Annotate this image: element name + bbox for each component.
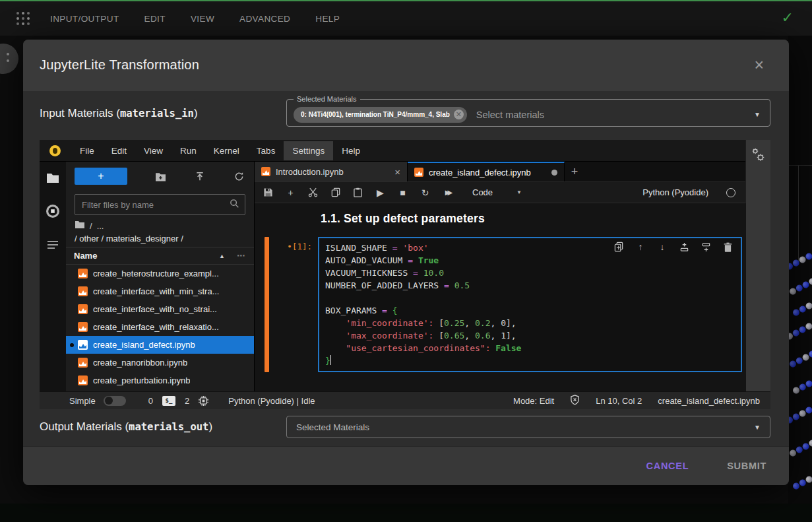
- file-name: create_island_defect.ipynb: [93, 340, 195, 350]
- notebook-toolbar: + ▶ ■: [255, 182, 746, 203]
- file-row[interactable]: create_island_defect.ipynb: [66, 336, 254, 354]
- check-icon[interactable]: ✓: [782, 9, 794, 26]
- notebook-icon: [78, 304, 88, 314]
- notebook-icon: [78, 269, 88, 278]
- app-menu-view[interactable]: VIEW: [191, 14, 214, 24]
- new-folder-icon[interactable]: [155, 171, 166, 182]
- file-row[interactable]: create_heterostructure_exampl...: [66, 265, 254, 282]
- jupyter-menu-kernel[interactable]: Kernel: [205, 141, 248, 160]
- file-name: create_perturbation.ipynb: [93, 375, 190, 385]
- save-icon[interactable]: [263, 187, 274, 198]
- notebook-icon: [261, 167, 270, 176]
- breadcrumb-path[interactable]: / other / materials_designer /: [75, 231, 245, 244]
- filter-files-box: [75, 194, 245, 215]
- paste-cells-icon[interactable]: [352, 187, 363, 198]
- breadcrumb-root[interactable]: /: [90, 221, 92, 231]
- restart-run-all-icon[interactable]: ▶▶: [442, 187, 453, 198]
- terminals-count[interactable]: 0: [148, 396, 153, 406]
- apps-grid-icon[interactable]: [16, 11, 30, 26]
- jupyter-menu-file[interactable]: File: [71, 141, 103, 160]
- output-materials-label: Output Materials (materials_out): [40, 420, 212, 434]
- app-menu-advanced[interactable]: ADVANCED: [239, 14, 290, 24]
- simple-mode-toggle[interactable]: [104, 396, 126, 406]
- new-tab-button[interactable]: +: [565, 162, 584, 181]
- upload-icon[interactable]: [195, 171, 206, 182]
- kernel-status-text[interactable]: Python (Pyodide) | Idle: [228, 396, 315, 406]
- cell-collapser[interactable]: [265, 237, 269, 372]
- table-of-contents-icon[interactable]: [45, 237, 61, 253]
- column-options-icon[interactable]: ⋯: [237, 251, 246, 261]
- editor-mode[interactable]: Mode: Edit: [513, 396, 554, 406]
- file-row[interactable]: create_interface_with_no_strai...: [66, 300, 254, 318]
- home-folder-icon[interactable]: [75, 220, 85, 231]
- submit-button[interactable]: SUBMIT: [723, 460, 770, 472]
- close-dialog-icon[interactable]: ×: [754, 57, 764, 73]
- file-list-header[interactable]: Name ▲ ⋯: [66, 247, 254, 265]
- input-label-prefix: Input Materials (: [40, 107, 120, 119]
- input-label-suffix: ): [194, 107, 198, 119]
- insert-cell-icon[interactable]: +: [285, 187, 296, 198]
- restart-kernel-icon[interactable]: ↻: [420, 187, 431, 198]
- kernels-count[interactable]: 2: [185, 396, 189, 406]
- tab-create-island-defect[interactable]: create_island_defect.ipynb: [408, 162, 565, 181]
- run-cell-icon[interactable]: ▶: [375, 187, 386, 198]
- text-cursor: [330, 355, 332, 365]
- file-row[interactable]: create_interface_with_relaxatio...: [66, 318, 254, 336]
- cancel-button[interactable]: CANCEL: [642, 460, 693, 472]
- jupyter-menu-settings[interactable]: Settings: [284, 141, 333, 160]
- app-menu-help[interactable]: HELP: [315, 14, 340, 24]
- jupyter-menu-help[interactable]: Help: [333, 141, 369, 160]
- breadcrumb-ellipsis[interactable]: ...: [97, 221, 104, 231]
- jupyter-menu-run[interactable]: Run: [172, 141, 205, 160]
- material-chip[interactable]: 0: N4Ti4(001), termination TiN_P4/mmm_4,…: [294, 107, 467, 123]
- file-row[interactable]: create_perturbation.ipynb: [66, 372, 254, 389]
- insert-cell-below-icon[interactable]: [701, 242, 711, 252]
- selected-materials-legend: Selected Materials: [294, 95, 360, 103]
- notebook-icon: [78, 322, 88, 332]
- tab-introduction[interactable]: Introduction.ipynb ×: [255, 162, 408, 181]
- interrupt-kernel-icon[interactable]: ■: [397, 187, 408, 198]
- app-menu-input-output[interactable]: INPUT/OUTPUT: [50, 14, 119, 24]
- settings-gears-icon[interactable]: [751, 147, 766, 391]
- jupyter-menubar: FileEditViewRunKernelTabsSettingsHelp: [40, 140, 745, 162]
- jupyter-menu-tabs[interactable]: Tabs: [248, 141, 284, 160]
- duplicate-cell-icon[interactable]: [613, 242, 624, 252]
- file-browser-icon[interactable]: [45, 170, 61, 185]
- filter-files-input[interactable]: [80, 199, 230, 211]
- notebook-icon: [414, 168, 423, 177]
- new-launcher-button[interactable]: +: [75, 168, 127, 185]
- running-kernels-icon[interactable]: [45, 203, 61, 219]
- dropdown-caret-icon[interactable]: ▼: [754, 111, 761, 118]
- jupyter-menu-edit[interactable]: Edit: [103, 141, 135, 160]
- code-lines[interactable]: ISLAND_SHAPE = 'box'AUTO_ADD_VACUUM = Tr…: [325, 242, 741, 367]
- chip-delete-icon[interactable]: ✕: [454, 110, 464, 119]
- cursor-position[interactable]: Ln 10, Col 2: [596, 396, 642, 406]
- code-cell[interactable]: •[1]: ↑ ↓: [255, 237, 746, 372]
- cell-type-select[interactable]: Code ▼: [472, 187, 522, 197]
- unsaved-changes-indicator: [551, 170, 557, 176]
- tab-close-icon[interactable]: ×: [394, 166, 400, 178]
- name-column-header[interactable]: Name: [74, 251, 97, 261]
- copy-cells-icon[interactable]: [330, 187, 341, 198]
- selected-materials-field[interactable]: Selected Materials 0: N4Ti4(001), termin…: [286, 95, 770, 127]
- sort-ascending-icon[interactable]: ▲: [219, 253, 225, 259]
- file-row[interactable]: create_nanoribbon.ipynb: [66, 354, 254, 372]
- app-menu-edit[interactable]: EDIT: [144, 14, 166, 24]
- trust-shield-icon[interactable]: [570, 395, 580, 407]
- move-cell-down-icon[interactable]: ↓: [657, 242, 668, 252]
- refresh-icon[interactable]: [234, 171, 245, 182]
- jupyter-menu-view[interactable]: View: [135, 141, 172, 160]
- move-cell-up-icon[interactable]: ↑: [635, 242, 646, 252]
- insert-cell-above-icon[interactable]: [679, 242, 689, 252]
- dialog-title: JupyterLite Transformation: [23, 40, 789, 73]
- kernel-status-icon[interactable]: [726, 188, 735, 197]
- notebook-icon: [78, 286, 88, 296]
- background-fab-button: [0, 44, 18, 74]
- kernel-name[interactable]: Python (Pyodide): [642, 187, 708, 197]
- output-materials-select[interactable]: Selected Materials ▼: [286, 416, 770, 438]
- dropdown-caret-icon: ▼: [754, 424, 761, 431]
- file-row[interactable]: create_interface_with_min_stra...: [66, 282, 254, 300]
- code-editor[interactable]: ↑ ↓: [318, 237, 742, 372]
- delete-cell-icon[interactable]: [722, 242, 733, 252]
- cut-cells-icon[interactable]: [307, 187, 319, 198]
